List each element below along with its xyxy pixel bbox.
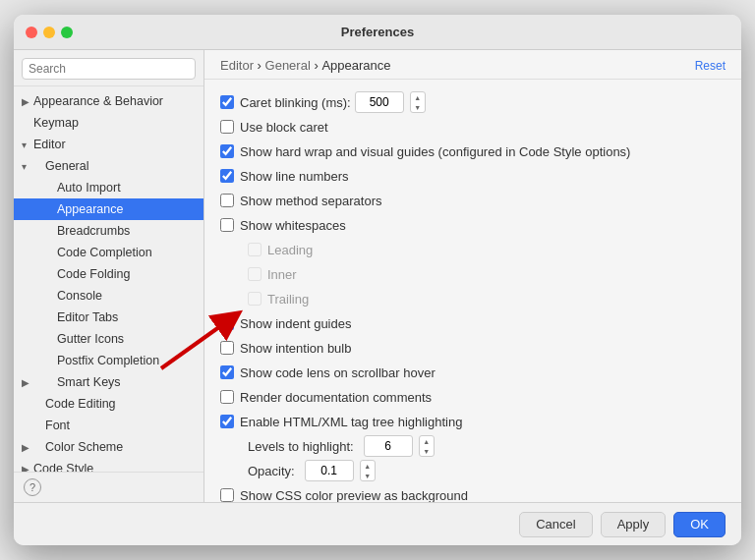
reset-button[interactable]: Reset: [695, 59, 726, 73]
breadcrumb-appearance: Appearance: [321, 58, 390, 73]
arrow-icon: ▶: [22, 464, 33, 473]
show-css-color-text: Show CSS color preview as background: [240, 488, 468, 503]
ok-button[interactable]: OK: [673, 512, 726, 537]
spin-up-icon[interactable]: ▲: [411, 92, 425, 102]
spin-down-icon[interactable]: ▼: [420, 446, 434, 456]
footer: Cancel Apply OK: [14, 502, 741, 545]
caret-blinking-label[interactable]: Caret blinking (ms):: [220, 95, 351, 110]
show-hard-wrap-label[interactable]: Show hard wrap and visual guides (config…: [220, 144, 630, 159]
show-line-numbers-checkbox[interactable]: [220, 169, 234, 183]
caret-blinking-text: Caret blinking (ms):: [240, 95, 351, 110]
opacity-input[interactable]: [305, 460, 354, 481]
opacity-arrows: ▲ ▼: [360, 460, 376, 481]
spin-up-icon[interactable]: ▲: [361, 461, 375, 471]
enable-html-xml-label[interactable]: Enable HTML/XML tag tree highlighting: [220, 415, 462, 429]
levels-input[interactable]: [364, 435, 413, 457]
pref-row-show-hard-wrap: Show hard wrap and visual guides (config…: [220, 140, 726, 163]
sidebar-item-code-style[interactable]: ▶ Code Style: [14, 458, 203, 472]
sidebar-item-console[interactable]: Console: [14, 285, 203, 307]
trailing-label[interactable]: Trailing: [248, 292, 309, 307]
render-doc-comments-label[interactable]: Render documentation comments: [220, 390, 432, 405]
show-indent-guides-text: Show indent guides: [240, 316, 351, 331]
show-line-numbers-label[interactable]: Show line numbers: [220, 169, 349, 184]
show-intention-bulb-checkbox[interactable]: [220, 341, 234, 355]
pref-row-show-whitespaces: Show whitespaces: [220, 213, 726, 237]
caret-blinking-input[interactable]: [355, 91, 404, 113]
help-icon[interactable]: ?: [24, 478, 41, 496]
pref-row-trailing: Trailing: [220, 287, 726, 310]
show-indent-guides-label[interactable]: Show indent guides: [220, 316, 351, 331]
inner-text: Inner: [267, 267, 297, 282]
trailing-text: Trailing: [267, 292, 309, 307]
show-css-color-checkbox[interactable]: [220, 488, 234, 502]
inner-checkbox[interactable]: [248, 267, 261, 281]
sidebar-item-auto-import[interactable]: Auto Import: [14, 177, 203, 198]
sidebar-item-breadcrumbs[interactable]: Breadcrumbs: [14, 220, 203, 242]
cancel-button[interactable]: Cancel: [519, 512, 592, 537]
breadcrumb: Editor › General › Appearance: [220, 58, 391, 73]
sidebar-item-label: Editor Tabs: [57, 310, 196, 324]
sidebar-item-general[interactable]: ▾ General: [14, 155, 203, 177]
opacity-label: Opacity:: [248, 464, 295, 478]
sidebar-item-appearance[interactable]: Appearance: [14, 198, 203, 220]
show-whitespaces-checkbox[interactable]: [220, 218, 234, 232]
render-doc-comments-checkbox[interactable]: [220, 390, 234, 404]
sidebar-item-label: Appearance & Behavior: [33, 94, 196, 108]
arrow-icon: ▶: [22, 377, 33, 388]
sidebar-item-label: Code Style: [33, 462, 196, 472]
apply-button[interactable]: Apply: [601, 512, 667, 537]
spin-down-icon[interactable]: ▼: [361, 471, 375, 480]
sidebar-item-postfix-completion[interactable]: Postfix Completion: [14, 350, 203, 371]
search-input[interactable]: [22, 58, 196, 80]
trailing-checkbox[interactable]: [248, 292, 261, 306]
show-hard-wrap-checkbox[interactable]: [220, 144, 234, 158]
show-intention-bulb-label[interactable]: Show intention bulb: [220, 341, 351, 356]
pref-row-levels-to-highlight: Levels to highlight: ▲ ▼: [220, 434, 726, 458]
sidebar-item-appearance-behavior[interactable]: ▶ Appearance & Behavior: [14, 90, 203, 112]
caret-blinking-checkbox[interactable]: [220, 95, 234, 109]
sidebar-item-font[interactable]: Font: [14, 415, 203, 436]
content-area: Editor › General › Appearance Reset Care…: [204, 50, 741, 502]
show-hard-wrap-text: Show hard wrap and visual guides (config…: [240, 144, 630, 159]
show-css-color-label[interactable]: Show CSS color preview as background: [220, 488, 468, 503]
leading-checkbox[interactable]: [248, 243, 261, 256]
sidebar-item-smart-keys[interactable]: ▶ Smart Keys: [14, 371, 203, 393]
sidebar-item-code-folding[interactable]: Code Folding: [14, 263, 203, 285]
caret-blinking-spinner: ▲ ▼: [355, 91, 426, 113]
sidebar-item-code-editing[interactable]: Code Editing: [14, 393, 203, 415]
search-box: [14, 50, 203, 86]
maximize-button[interactable]: [61, 27, 73, 38]
pref-row-show-indent-guides: Show indent guides: [220, 311, 726, 335]
use-block-caret-label[interactable]: Use block caret: [220, 120, 328, 135]
pref-row-use-block-caret: Use block caret: [220, 115, 726, 139]
levels-arrows: ▲ ▼: [419, 435, 435, 457]
sidebar-item-editor[interactable]: ▾ Editor: [14, 134, 203, 155]
show-code-lens-label[interactable]: Show code lens on scrollbar hover: [220, 365, 436, 380]
pref-row-enable-html-xml: Enable HTML/XML tag tree highlighting: [220, 410, 726, 433]
show-code-lens-checkbox[interactable]: [220, 365, 234, 379]
sidebar-item-keymap[interactable]: Keymap: [14, 112, 203, 134]
pref-row-caret-blinking: Caret blinking (ms): ▲ ▼: [220, 90, 726, 114]
show-method-separators-checkbox[interactable]: [220, 194, 234, 207]
show-indent-guides-checkbox[interactable]: [220, 316, 234, 330]
sidebar-item-label: Gutter Icons: [57, 332, 196, 346]
use-block-caret-checkbox[interactable]: [220, 120, 234, 134]
sidebar-item-code-completion[interactable]: Code Completion: [14, 242, 203, 263]
enable-html-xml-checkbox[interactable]: [220, 415, 234, 428]
show-whitespaces-label[interactable]: Show whitespaces: [220, 218, 346, 233]
minimize-button[interactable]: [43, 27, 55, 38]
pref-row-show-css-color: Show CSS color preview as background: [220, 483, 726, 502]
spin-down-icon[interactable]: ▼: [411, 102, 425, 112]
sidebar-item-label: Console: [57, 289, 196, 303]
close-button[interactable]: [26, 27, 37, 38]
sidebar-item-color-scheme[interactable]: ▶ Color Scheme: [14, 436, 203, 458]
sidebar-item-gutter-icons[interactable]: Gutter Icons: [14, 328, 203, 350]
sidebar: ▶ Appearance & Behavior Keymap ▾ Editor: [14, 50, 204, 502]
spin-up-icon[interactable]: ▲: [420, 436, 434, 446]
show-method-separators-label[interactable]: Show method separators: [220, 194, 382, 208]
sidebar-item-editor-tabs[interactable]: Editor Tabs: [14, 307, 203, 328]
pref-row-render-doc-comments: Render documentation comments: [220, 385, 726, 409]
sidebar-item-label: Postfix Completion: [57, 354, 196, 367]
leading-label[interactable]: Leading: [248, 243, 313, 257]
inner-label[interactable]: Inner: [248, 267, 297, 282]
